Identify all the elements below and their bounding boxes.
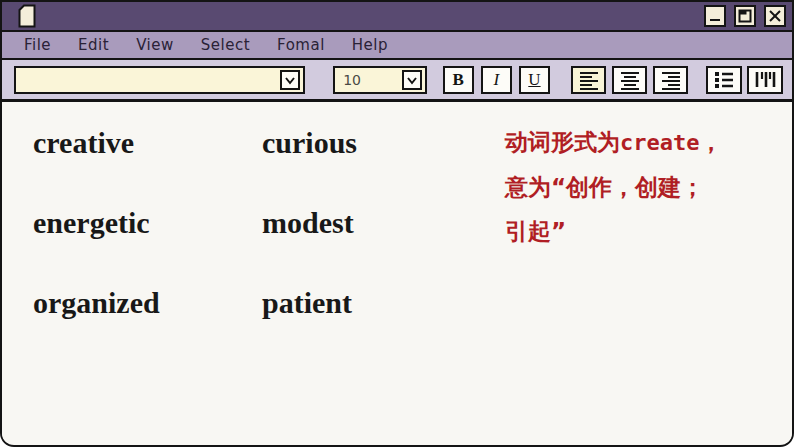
toolbar: 10 B I U bbox=[2, 60, 792, 102]
close-icon bbox=[768, 9, 782, 23]
font-size-dropdown-button[interactable] bbox=[402, 70, 422, 90]
title-bar bbox=[2, 2, 792, 32]
word-energetic: energetic bbox=[33, 206, 150, 240]
menu-item-edit[interactable]: Edit bbox=[78, 36, 109, 54]
menu-item-select[interactable]: Select bbox=[201, 36, 250, 54]
minimize-icon bbox=[708, 9, 722, 23]
red-annotation-line2: 意为“创作，创建； bbox=[505, 165, 770, 209]
document-icon bbox=[17, 4, 37, 28]
chevron-down-icon bbox=[406, 75, 418, 85]
word-modest: modest bbox=[262, 206, 354, 240]
menu-item-help[interactable]: Help bbox=[352, 36, 388, 54]
underline-button[interactable]: U bbox=[519, 66, 550, 94]
ruler-bars-icon bbox=[753, 70, 777, 90]
align-right-icon bbox=[660, 70, 682, 90]
bullet-list-button[interactable] bbox=[706, 66, 742, 94]
alignment-button-group bbox=[571, 66, 694, 94]
align-left-button[interactable] bbox=[571, 66, 606, 94]
word-patient: patient bbox=[262, 286, 352, 320]
red-annotation-line3: 引起” bbox=[505, 209, 770, 253]
menu-item-view[interactable]: View bbox=[136, 36, 174, 54]
document-area: creative curious energetic modest organi… bbox=[2, 102, 792, 443]
style-combo-dropdown-button[interactable] bbox=[280, 70, 300, 90]
minimize-button[interactable] bbox=[704, 5, 726, 27]
bold-button[interactable]: B bbox=[443, 66, 474, 94]
font-size-combo[interactable]: 10 bbox=[333, 66, 426, 94]
font-size-value: 10 bbox=[343, 72, 401, 88]
menu-bar: File Edit View Select Fomal Help bbox=[2, 32, 792, 60]
red-annotation: 动词形式为create， 意为“创作，创建； 引起” bbox=[505, 120, 770, 253]
menu-item-file[interactable]: File bbox=[24, 36, 51, 54]
word-organized: organized bbox=[33, 286, 160, 320]
italic-button[interactable]: I bbox=[481, 66, 512, 94]
list-button-group bbox=[706, 66, 788, 94]
red-annotation-latin: create bbox=[620, 130, 699, 155]
bullet-list-icon bbox=[713, 70, 735, 90]
align-center-icon bbox=[619, 70, 641, 90]
red-annotation-line1: 动词形式为create， bbox=[505, 120, 770, 165]
maximize-icon bbox=[738, 9, 752, 23]
application-window: File Edit View Select Fomal Help 10 B I bbox=[0, 0, 794, 447]
align-center-button[interactable] bbox=[612, 66, 647, 94]
word-curious: curious bbox=[262, 126, 357, 160]
menu-item-fomal[interactable]: Fomal bbox=[277, 36, 325, 54]
align-left-icon bbox=[578, 70, 600, 90]
style-combo[interactable] bbox=[14, 66, 305, 94]
ruler-bars-button[interactable] bbox=[747, 66, 783, 94]
close-button[interactable] bbox=[764, 5, 786, 27]
chevron-down-icon bbox=[284, 75, 296, 85]
word-creative: creative bbox=[33, 126, 134, 160]
align-right-button[interactable] bbox=[653, 66, 688, 94]
maximize-button[interactable] bbox=[734, 5, 756, 27]
